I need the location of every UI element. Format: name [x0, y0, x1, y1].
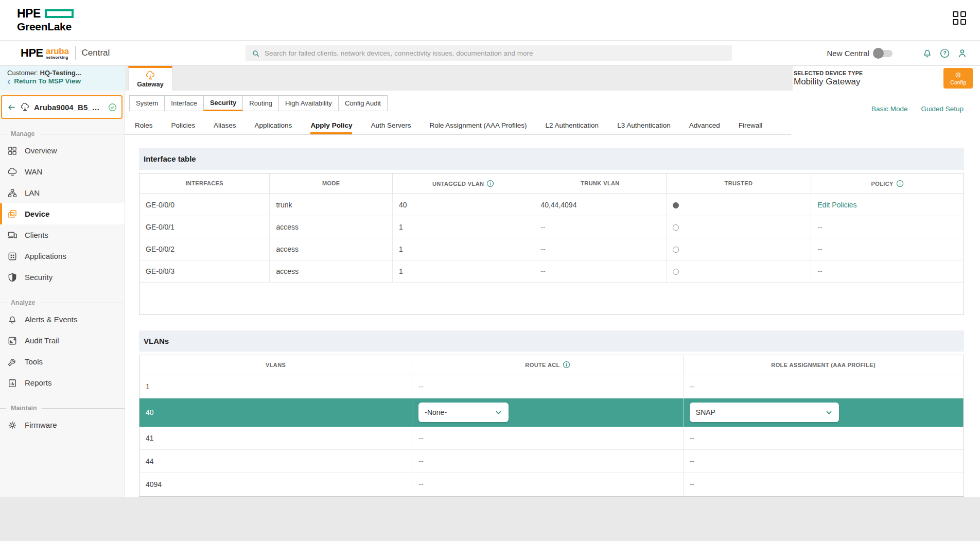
sidebar-item-device[interactable]: Device — [0, 203, 125, 224]
vlan-row-40-selected[interactable]: 40 -None- SNAP — [139, 398, 964, 427]
sidebar: Aruba9004_B5_A... Manage Overview WAN LA… — [0, 91, 125, 497]
interface-row-ge003[interactable]: GE-0/0/3 access 1 -- -- — [139, 260, 964, 282]
col-policy: POLICY — [811, 173, 964, 194]
context-bar: Customer: HQ-Testing... ‹ Return To MSP … — [0, 66, 980, 91]
selected-device-type-value: Mobility Gateway — [794, 77, 943, 87]
route-acl-select[interactable]: -None- — [418, 403, 509, 422]
edit-policies-link[interactable]: Edit Policies — [817, 201, 856, 209]
sidebar-item-lan[interactable]: LAN — [0, 182, 125, 203]
tab-system[interactable]: System — [129, 95, 165, 111]
subtab-policies[interactable]: Policies — [171, 121, 196, 134]
subtab-apply-policy[interactable]: Apply Policy — [310, 121, 352, 134]
subtabs-divider — [125, 134, 791, 135]
subtab-firewall[interactable]: Firewall — [739, 121, 763, 134]
chevron-down-icon — [495, 409, 502, 416]
gateway-cloud-icon — [145, 71, 155, 80]
trusted-radio[interactable] — [673, 247, 679, 253]
tab-config-audit[interactable]: Config Audit — [338, 95, 388, 111]
info-icon[interactable] — [563, 361, 570, 369]
wan-cloud-icon — [7, 167, 18, 177]
subtab-applications[interactable]: Applications — [255, 121, 292, 134]
subtab-l2-authentication[interactable]: L2 Authentication — [546, 121, 599, 134]
trusted-radio[interactable] — [673, 269, 679, 275]
section-label-analyze: Analyze — [0, 296, 125, 309]
aaa-profile-select[interactable]: SNAP — [690, 403, 839, 422]
trusted-radio[interactable] — [673, 202, 679, 208]
chevron-down-icon — [825, 409, 833, 416]
gateway-device-icon — [20, 103, 30, 112]
sidebar-item-wan[interactable]: WAN — [0, 161, 125, 182]
vlan-row-4094[interactable]: 4094 -- -- — [139, 473, 964, 496]
interface-table-header: INTERFACES MODE UNTAGGED VLAN TRUNK VLAN… — [139, 173, 964, 194]
interface-row-ge001[interactable]: GE-0/0/1 access 1 -- -- — [139, 216, 964, 238]
audit-trail-icon — [7, 336, 18, 346]
device-selector[interactable]: Aruba9004_B5_A... — [1, 95, 122, 119]
config-button[interactable]: Config — [943, 68, 973, 89]
info-icon[interactable] — [896, 180, 904, 187]
interface-table-title: Interface table — [139, 148, 964, 170]
vlan-row-41[interactable]: 41 -- -- — [139, 427, 964, 450]
sidebar-item-audit-trail[interactable]: Audit Trail — [0, 330, 125, 351]
col-vlans: VLANS — [139, 355, 412, 375]
sidebar-item-alerts-events[interactable]: Alerts & Events — [0, 309, 125, 330]
sidebar-item-security[interactable]: Security — [0, 267, 125, 288]
subtab-advanced[interactable]: Advanced — [689, 121, 720, 134]
tab-interface[interactable]: Interface — [164, 95, 204, 111]
help-icon[interactable]: ? — [939, 48, 950, 59]
security-subtabs: Roles Policies Aliases Applications Appl… — [135, 121, 980, 134]
sidebar-item-clients[interactable]: Clients — [0, 224, 125, 246]
col-untagged-vlan: UNTAGGED VLAN — [393, 173, 534, 194]
toggle-knob — [873, 48, 884, 59]
subtab-role-assignment[interactable]: Role Assignment (AAA Profiles) — [429, 121, 527, 134]
section-label-manage: Manage — [0, 128, 125, 140]
subtab-l3-authentication[interactable]: L3 Authentication — [617, 121, 671, 134]
firmware-gear-icon — [7, 420, 18, 430]
search-icon — [252, 49, 260, 58]
interface-table: INTERFACES MODE UNTAGGED VLAN TRUNK VLAN… — [139, 173, 964, 315]
interface-row-ge002[interactable]: GE-0/0/2 access 1 -- -- — [139, 238, 964, 260]
notifications-bell-icon[interactable] — [922, 48, 933, 59]
vlans-table-title: VLANs — [139, 330, 964, 352]
greenlake-logo-text: GreenLake — [17, 21, 74, 33]
guided-setup-link[interactable]: Guided Setup — [921, 105, 964, 113]
app-launcher-icon[interactable] — [953, 11, 967, 25]
trusted-radio[interactable] — [673, 224, 679, 231]
hpe-aruba-networking-logo: HPE arubanetworking Central — [21, 46, 110, 60]
device-icon — [7, 209, 18, 219]
subtab-aliases[interactable]: Aliases — [214, 121, 236, 134]
interface-table-footer — [139, 283, 964, 315]
gateway-tab[interactable]: Gateway — [128, 66, 172, 91]
subtab-roles[interactable]: Roles — [135, 121, 153, 134]
main-content: Basic Mode Guided Setup System Interface… — [125, 91, 980, 497]
vlans-table: VLANS ROUTE ACL ROLE ASSIGNMENT (AAA PRO… — [139, 355, 964, 497]
customer-label: Customer: — [7, 69, 38, 77]
tab-high-availability[interactable]: High Availability — [278, 95, 339, 111]
sidebar-item-tools[interactable]: Tools — [0, 351, 125, 372]
shield-icon — [7, 272, 18, 283]
screen: HPE GreenLake HPE arubanetworking Centra… — [0, 0, 980, 541]
info-icon[interactable] — [486, 180, 494, 187]
user-account-icon[interactable] — [957, 48, 968, 59]
interface-row-ge000[interactable]: GE-0/0/0 trunk 40 40,44,4094 Edit Polici… — [139, 194, 964, 216]
selected-device-area: SELECTED DEVICE TYPE Mobility Gateway Co… — [793, 66, 980, 91]
central-label: Central — [82, 48, 110, 58]
customer-panel: Customer: HQ-Testing... ‹ Return To MSP … — [0, 66, 125, 91]
sidebar-item-reports[interactable]: Reports — [0, 372, 125, 393]
basic-mode-link[interactable]: Basic Mode — [871, 105, 908, 113]
return-to-msp-link[interactable]: ‹ Return To MSP View — [7, 77, 125, 85]
lan-network-icon — [7, 188, 18, 198]
new-central-toggle[interactable] — [874, 50, 892, 57]
tab-routing[interactable]: Routing — [242, 95, 279, 111]
status-ok-icon — [108, 102, 117, 112]
vlan-row-1[interactable]: 1 -- -- — [139, 375, 964, 398]
vlan-row-44[interactable]: 44 -- -- — [139, 450, 964, 473]
wrench-icon — [7, 357, 18, 367]
customer-name: HQ-Testing... — [40, 69, 81, 77]
sidebar-item-overview[interactable]: Overview — [0, 140, 125, 161]
tab-security[interactable]: Security — [203, 95, 243, 111]
subtab-auth-servers[interactable]: Auth Servers — [371, 121, 411, 134]
global-search-input[interactable]: Search for failed clients, network devic… — [246, 45, 732, 61]
sidebar-item-firmware[interactable]: Firmware — [0, 414, 125, 435]
back-arrow-icon[interactable] — [7, 103, 16, 112]
sidebar-item-applications[interactable]: Applications — [0, 246, 125, 267]
